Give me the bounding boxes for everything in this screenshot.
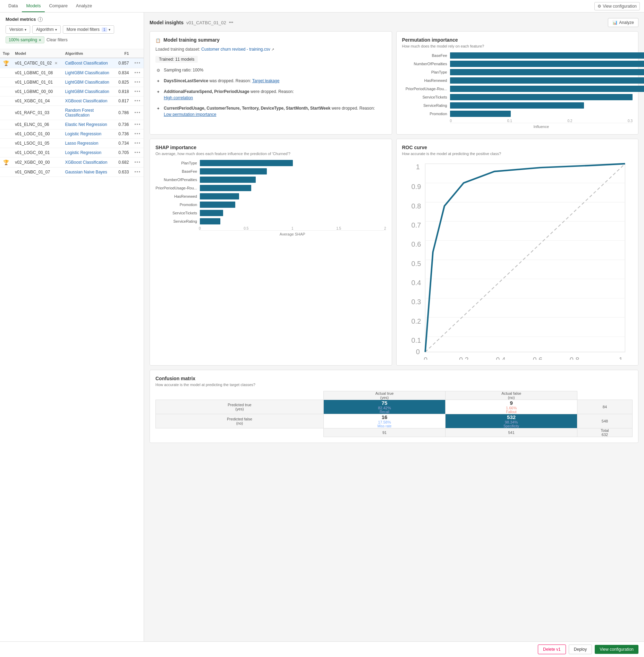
filter-row-1: Version ▾ Algorithm ▾ More model filters… — [6, 25, 138, 34]
table-row[interactable]: 🏆 v01_CATBC_01_02 ✕ CatBoost Classificat… — [0, 58, 144, 68]
svg-text:0.3: 0.3 — [411, 298, 421, 306]
dataset-link[interactable]: Customer churn revised - training.csv — [201, 47, 270, 52]
more-options-button[interactable]: ••• — [134, 61, 141, 66]
model-algorithm: XGBoost Classification — [62, 96, 114, 106]
nav-compare[interactable]: Compare — [45, 0, 71, 12]
table-row[interactable]: v01_ELNC_01_06 Elastic Net Regression 0.… — [0, 120, 144, 129]
top-grid: 📋 Model training summary Loaded training… — [150, 31, 638, 135]
external-link-icon: ↗ — [271, 48, 274, 51]
algorithm-filter-button[interactable]: Algorithm ▾ — [32, 25, 61, 34]
algorithm-link[interactable]: XGBoost Classification — [65, 160, 107, 165]
model-name: v01_LSOC_01_05 — [12, 139, 62, 148]
more-options-icon[interactable]: ••• — [229, 20, 234, 25]
table-row[interactable]: v01_RAFC_01_03 Random Forest Classificat… — [0, 106, 144, 120]
low-permutation-link[interactable]: Low permutation importance — [164, 112, 216, 117]
algorithm-link[interactable]: XGBoost Classification — [65, 99, 107, 103]
more-options-button[interactable]: ••• — [134, 150, 141, 155]
filter-row-2: 100% sampling ✕ Clear filters — [6, 36, 138, 43]
version-filter-button[interactable]: Version ▾ — [6, 25, 30, 34]
more-filters-button[interactable]: More model filters 1 ▾ — [63, 25, 114, 34]
shap-bar-fill — [200, 202, 235, 208]
perm-bar-fill — [450, 77, 644, 84]
algorithm-link[interactable]: LightGBM Classification — [65, 70, 109, 75]
perm-label: ServiceRating — [402, 103, 447, 108]
cm-col-total-2: 541 — [446, 428, 577, 437]
shap-panel: SHAP importance On average, how much doe… — [150, 139, 392, 366]
nav-analyze[interactable]: Analyze — [72, 0, 96, 12]
more-options-button[interactable]: ••• — [134, 141, 141, 146]
table-row[interactable]: v01_LSOC_01_05 Lasso Regression 0.734 ••… — [0, 139, 144, 148]
model-f1-score: 0.736 — [114, 129, 132, 139]
view-config-top-button[interactable]: ⚙ View configuration — [594, 2, 640, 10]
perm-bar-row: PriorPeriodUsage-Rou... — [402, 86, 633, 92]
more-options-button[interactable]: ••• — [134, 99, 141, 103]
cm-false-negative: 16 17.58% Miss rate — [323, 414, 446, 428]
perm-bar-container — [450, 61, 633, 67]
algorithm-link[interactable]: Lasso Regression — [65, 141, 98, 146]
shap-label: BaseFee — [155, 169, 197, 173]
nav-models[interactable]: Models — [22, 0, 45, 12]
shap-bar-fill — [200, 168, 267, 174]
table-row[interactable]: v01_LOGC_00_01 Logistic Regression 0.705… — [0, 148, 144, 157]
shap-bar-row: ServiceTickets — [155, 210, 386, 216]
cm-true-positive: 75 82.42% Recall — [323, 400, 446, 414]
perm-label: PlanType — [402, 70, 447, 74]
col-top-icon — [0, 120, 12, 129]
shap-bar-fill — [200, 177, 256, 183]
model-name: v01_XGBC_01_04 — [12, 96, 62, 106]
perm-bar-fill — [450, 52, 644, 59]
nav-data[interactable]: Data — [4, 0, 22, 12]
model-name: v01_GNBC_01_07 — [12, 168, 62, 177]
model-f1-score: 0.786 — [114, 106, 132, 120]
algorithm-link[interactable]: Elastic Net Regression — [65, 122, 107, 127]
roc-panel: ROC curve How accurate is the model at p… — [396, 139, 639, 366]
more-options-button[interactable]: ••• — [134, 70, 141, 75]
more-options-button[interactable]: ••• — [134, 170, 141, 174]
model-name: v01_LGBMC_01_01 — [12, 78, 62, 87]
shap-bar-container — [200, 210, 386, 216]
close-model-icon[interactable]: ✕ — [54, 61, 58, 65]
algorithm-link[interactable]: Gaussian Naive Bayes — [65, 170, 107, 174]
more-options-button[interactable]: ••• — [134, 89, 141, 94]
table-row[interactable]: v01_XGBC_01_04 XGBoost Classification 0.… — [0, 96, 144, 106]
algorithm-link[interactable]: Logistic Regression — [65, 150, 101, 155]
info-icon[interactable]: i — [38, 17, 43, 22]
middle-grid: SHAP importance On average, how much doe… — [150, 139, 638, 366]
right-panel: Model insights v01_CATBC_01_02 ••• 📊 Ana… — [144, 12, 644, 641]
clear-filters-button[interactable]: Clear filters — [46, 37, 68, 42]
confusion-matrix-wrap: Actual true(yes) Actual false(no) Predic… — [155, 391, 633, 437]
target-leakage-link[interactable]: Target leakage — [252, 78, 280, 83]
table-row[interactable]: v01_LOGC_01_00 Logistic Regression 0.736… — [0, 129, 144, 139]
perm-bar-fill — [450, 102, 584, 109]
settings-icon: ⚙ — [155, 67, 161, 74]
table-row[interactable]: 🏆 v02_XGBC_00_00 XGBoost Classification … — [0, 157, 144, 168]
table-row[interactable]: v01_LGBMC_01_01 LightGBM Classification … — [0, 78, 144, 87]
table-row[interactable]: v01_LGBMC_00_00 LightGBM Classification … — [0, 87, 144, 96]
algorithm-link[interactable]: Logistic Regression — [65, 131, 101, 136]
view-config-bottom-button[interactable]: View configuration — [595, 645, 638, 654]
algorithm-link[interactable]: LightGBM Classification — [65, 80, 109, 85]
left-panel: Model metrics i Version ▾ Algorithm ▾ Mo… — [0, 12, 144, 641]
shap-bar-fill — [200, 218, 220, 224]
more-options-button[interactable]: ••• — [134, 131, 141, 136]
more-options-button[interactable]: ••• — [134, 160, 141, 165]
table-row[interactable]: v01_GNBC_01_07 Gaussian Naive Bayes 0.63… — [0, 168, 144, 177]
shap-bar-fill — [200, 185, 251, 191]
perm-bar-row: BaseFee — [402, 52, 633, 59]
perm-bar-container — [450, 77, 633, 84]
perm-bar-container — [450, 52, 633, 59]
deploy-button[interactable]: Deploy — [569, 645, 592, 654]
algorithm-link[interactable]: LightGBM Classification — [65, 89, 109, 94]
delete-button[interactable]: Delete v1 — [538, 645, 566, 654]
more-options-button[interactable]: ••• — [134, 122, 141, 127]
svg-text:0.1: 0.1 — [411, 336, 421, 344]
shap-bar-container — [200, 202, 386, 208]
algorithm-link[interactable]: CatBoost Classification — [65, 61, 108, 66]
algorithm-link[interactable]: Random Forest Classification — [65, 108, 94, 118]
table-row[interactable]: v01_LGBMC_01_08 LightGBM Classification … — [0, 68, 144, 78]
close-sampling-icon[interactable]: ✕ — [39, 38, 41, 42]
more-options-button[interactable]: ••• — [134, 110, 141, 115]
high-correlation-link[interactable]: High correlation — [164, 95, 193, 100]
more-options-button[interactable]: ••• — [134, 80, 141, 85]
analyze-button[interactable]: 📊 Analyze — [608, 18, 638, 27]
